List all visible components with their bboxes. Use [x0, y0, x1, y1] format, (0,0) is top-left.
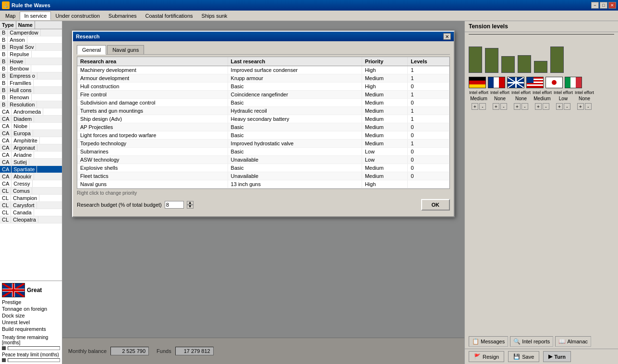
ship-type: B [0, 87, 8, 94]
list-item[interactable]: BRenown [0, 94, 62, 101]
table-row[interactable]: Armour development Krupp armour Medium 1 [77, 74, 449, 82]
intel-controls-row[interactable]: + - + - + - + - + - + - [465, 102, 618, 111]
intel-plus-1[interactable]: + [472, 103, 478, 110]
budget-input[interactable] [165, 201, 184, 209]
list-item[interactable]: BHull cons [0, 87, 62, 94]
title-bar: ⚓ Rule the Waves − □ ✕ [0, 0, 618, 11]
list-item[interactable]: BResolution [0, 101, 62, 108]
intel-plus-3[interactable]: + [514, 103, 521, 110]
table-row[interactable]: Torpedo technology Improved hydrostatic … [77, 140, 449, 148]
col-name: Name [16, 21, 35, 29]
table-row[interactable]: Ship design (Adv) Heavy secondary batter… [77, 115, 449, 123]
intel-minus-5[interactable]: - [564, 103, 570, 110]
tab-map[interactable]: Map [1, 12, 20, 20]
intel-effort-value-4: Medium [532, 96, 552, 101]
list-item[interactable]: CAAndromeda [0, 108, 62, 116]
list-item[interactable]: CANiobe [0, 123, 62, 130]
intel-minus-6[interactable]: - [585, 103, 592, 110]
table-row[interactable]: Turrets and gun mountings Hydraulic reco… [77, 107, 449, 115]
list-item[interactable]: CADiadem [0, 116, 62, 123]
intel-plus-5[interactable]: + [556, 103, 563, 110]
close-button[interactable]: ✕ [608, 2, 616, 9]
list-item[interactable]: BCamperdow [0, 29, 62, 36]
table-row[interactable]: Light forces and torpedo warfare Basic M… [77, 131, 449, 140]
tab-in-service[interactable]: In service [20, 12, 51, 20]
tab-naval-guns[interactable]: Naval guns [107, 45, 144, 54]
maximize-button[interactable]: □ [600, 2, 607, 9]
research-area: Armour development [77, 74, 228, 82]
table-row[interactable]: Submarines Basic Low 0 [77, 148, 449, 156]
intel-plus-4[interactable]: + [535, 103, 542, 110]
last-research: Heavy secondary battery [228, 115, 362, 123]
list-item[interactable]: CASpartiate [0, 166, 62, 173]
table-row[interactable]: Explosive shells Basic Medium 0 [77, 164, 449, 172]
left-bottom: Great Prestige Tonnage on foreign Dock s… [0, 281, 62, 364]
list-item[interactable]: CACressy [0, 180, 62, 188]
table-row[interactable]: Hull construction Basic High 0 [77, 82, 449, 91]
list-item[interactable]: BFramilles [0, 80, 62, 87]
list-item[interactable]: CASutlej [0, 159, 62, 166]
priority: Low [362, 148, 408, 156]
nation-label: Great [27, 287, 42, 294]
tab-coastal-fortifications[interactable]: Coastal fortifications [141, 12, 197, 20]
table-row[interactable]: Machinery development Improved surface c… [77, 66, 449, 74]
intel-minus-2[interactable]: - [500, 103, 507, 110]
list-item[interactable]: CLCanada [0, 209, 62, 216]
almanac-button[interactable]: 📖 Almanac [555, 336, 591, 347]
list-item[interactable]: CAArgonaut [0, 144, 62, 152]
research-area: Submarines [77, 148, 228, 156]
list-item[interactable]: CLComus [0, 188, 62, 195]
levels: 0 [408, 131, 449, 140]
intel-plus-2[interactable]: + [493, 103, 499, 110]
list-item[interactable]: CLChampion [0, 195, 62, 202]
list-item[interactable]: CAAmphitrite [0, 137, 62, 144]
list-item[interactable]: CLCarysfort [0, 202, 62, 209]
intel-minus-3[interactable]: - [521, 103, 528, 110]
list-item[interactable]: CAAboukir [0, 173, 62, 180]
table-row[interactable]: Naval guns 13 inch guns High [77, 180, 449, 188]
right-panel: Tension levels [464, 21, 618, 364]
list-item[interactable]: CLCleopatra [0, 216, 62, 223]
tab-submarines[interactable]: Submarines [104, 12, 141, 20]
levels: 0 [408, 99, 449, 107]
list-item[interactable]: CAAriadne [0, 152, 62, 159]
tab-ships-sunk[interactable]: Ships sunk [197, 12, 232, 20]
table-row[interactable]: Fleet tactics Unavailable Medium 0 [77, 172, 449, 180]
list-item[interactable]: BRepulse [0, 51, 62, 58]
ship-name: Comus [11, 188, 32, 194]
list-item[interactable]: BHowe [0, 58, 62, 65]
table-row[interactable]: AP Projectiles Basic Medium 0 [77, 123, 449, 131]
messages-button[interactable]: 📋 Messages [469, 336, 508, 347]
research-table-wrap[interactable]: Research area Last research Priority Lev… [77, 57, 450, 189]
last-research: Unavailable [228, 172, 362, 180]
budget-down-button[interactable]: ▼ [187, 205, 194, 209]
peace-indicator [2, 358, 6, 362]
last-research: 13 inch guns [228, 180, 362, 188]
ok-button[interactable]: OK [421, 199, 450, 211]
minimize-button[interactable]: − [591, 2, 599, 9]
modal-body: General Naval guns Research area Last re… [73, 41, 454, 216]
tab-general[interactable]: General [77, 45, 106, 55]
list-item[interactable]: BAnson [0, 36, 62, 44]
resign-button[interactable]: 🚩 Resign [469, 351, 504, 362]
list-item[interactable]: BBenbow [0, 65, 62, 72]
modal-close-button[interactable]: ✕ [443, 33, 451, 40]
intel-minus-1[interactable]: - [479, 103, 486, 110]
tab-under-construction[interactable]: Under construction [51, 12, 104, 20]
priority: Medium [362, 74, 408, 82]
ship-list-body[interactable]: BCamperdowBAnsonBRoyal SovBRepulseBHoweB… [0, 29, 62, 281]
save-button[interactable]: 💾 Save [508, 351, 539, 362]
intel-minus-4[interactable]: - [543, 103, 549, 110]
table-row[interactable]: Fire control Coincidence rangefinder Med… [77, 91, 449, 99]
list-item[interactable]: BRoyal Sov [0, 44, 62, 51]
table-row[interactable]: ASW technology Unavailable Low 0 [77, 156, 449, 164]
intel-label-4: Intel effort [532, 90, 552, 95]
intel-plus-6[interactable]: + [577, 103, 584, 110]
table-row[interactable]: Subdivision and damage control Basic Med… [77, 99, 449, 107]
intel-reports-button[interactable]: 🔍 Intel reports [510, 336, 553, 347]
research-area: Light forces and torpedo warfare [77, 131, 228, 140]
turn-button[interactable]: ▶ Turn [543, 351, 571, 362]
list-item[interactable]: BEmpress o [0, 72, 62, 80]
list-item[interactable]: CAEuropa [0, 130, 62, 137]
treaty-bar [8, 346, 60, 350]
